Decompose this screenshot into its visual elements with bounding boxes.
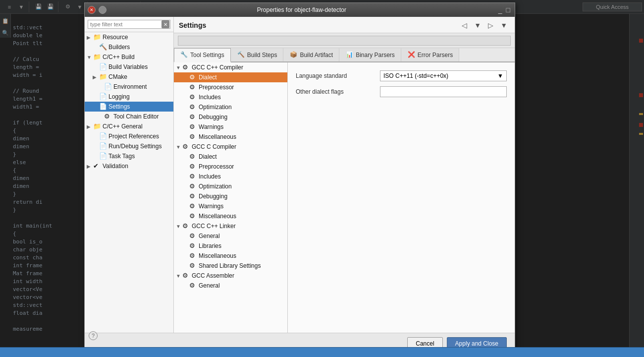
tab-label-tool_settings: Tool Settings — [190, 52, 224, 59]
config-icon-warnings_c: ⚙ — [189, 202, 197, 210]
help-btn[interactable]: ? — [89, 331, 98, 340]
sidebar-item-resource[interactable]: ▶📁Resource — [85, 32, 173, 42]
config-label-gcc_c_compiler: GCC C Compiler — [192, 143, 236, 150]
tree-icon-tool_chain_editor: ⚙ — [104, 113, 112, 120]
config-label-includes_cpp: Includes — [199, 94, 221, 101]
tab-label-binary_parsers: Binary Parsers — [356, 52, 395, 59]
tree-icon-task_tags: 📄 — [99, 152, 107, 160]
sidebar-item-builders[interactable]: 🔨Builders — [85, 42, 173, 52]
config-label-miscellaneous_cpp: Miscellaneous — [199, 133, 236, 140]
config-item-optimization_c[interactable]: ⚙Optimization — [174, 181, 287, 191]
tabs-bar: 🔧Tool Settings🔨Build Steps📦Build Artifac… — [174, 48, 515, 62]
tab-binary_parsers[interactable]: 📊Binary Parsers — [339, 48, 401, 61]
title-minimize-btn[interactable]: _ — [497, 6, 504, 14]
language-standard-dropdown-icon: ▼ — [497, 72, 503, 79]
search-wrap: ✕ — [88, 20, 170, 29]
sidebar-label-task_tags: Task Tags — [108, 153, 171, 160]
tree-icon-cpp_build: 📁 — [93, 53, 101, 61]
tree-arrow-cpp_build: ▼ — [87, 55, 92, 60]
sidebar-item-validation[interactable]: ▶✔Validation — [85, 161, 173, 171]
sidebar-item-logging[interactable]: 📄Logging — [85, 92, 173, 102]
dialog-content: Settings ◁ ▼ ▷ ▼ 🔧Tool Settings🔨Build St… — [174, 17, 515, 333]
sidebar-label-build_variables: Build Variables — [108, 63, 171, 70]
config-item-general_linker[interactable]: ⚙General — [174, 231, 287, 241]
nav-forward-dd-btn[interactable]: ▼ — [498, 20, 510, 31]
config-item-miscellaneous_cpp[interactable]: ⚙Miscellaneous — [174, 132, 287, 142]
config-item-miscellaneous_linker[interactable]: ⚙Miscellaneous — [174, 251, 287, 261]
config-item-warnings_c[interactable]: ⚙Warnings — [174, 201, 287, 211]
config-icon-dialect_c: ⚙ — [189, 153, 197, 161]
tab-icon-build_steps: 🔨 — [237, 51, 245, 59]
config-item-includes_c[interactable]: ⚙Includes — [174, 172, 287, 181]
other-dialect-input[interactable] — [380, 86, 507, 97]
tree-arrow-cpp_general: ▶ — [87, 124, 92, 129]
tree-icon-resource: 📁 — [93, 33, 101, 41]
sidebar-item-build_variables[interactable]: 📄Build Variables — [85, 62, 173, 72]
nav-forward-btn[interactable]: ▷ — [485, 20, 496, 31]
config-item-general_assembler[interactable]: ⚙General — [174, 281, 287, 291]
config-item-dialect[interactable]: ⚙Dialect — [174, 72, 287, 82]
sidebar-label-builders: Builders — [108, 44, 171, 51]
tab-icon-build_artifact: 📦 — [290, 51, 298, 59]
config-icon-miscellaneous_c: ⚙ — [189, 212, 197, 220]
config-item-includes_cpp[interactable]: ⚙Includes — [174, 92, 287, 102]
tab-tool_settings[interactable]: 🔧Tool Settings — [174, 48, 231, 62]
config-label-gcc_assembler: GCC Assembler — [192, 272, 234, 279]
config-icon-optimization_c: ⚙ — [189, 182, 197, 190]
sidebar-label-environment: Environment — [113, 83, 171, 90]
tab-label-build_steps: Build Steps — [247, 52, 277, 59]
content-split: ▼⚙GCC C++ Compiler⚙Dialect⚙Preprocessor⚙… — [174, 62, 515, 333]
config-item-dialect_c[interactable]: ⚙Dialect — [174, 152, 287, 162]
dialog-titlebar: ✕ Properties for object-flaw-detector _ … — [85, 3, 515, 17]
dialog-min-btn[interactable] — [99, 6, 107, 14]
top-strip — [174, 33, 515, 48]
title-controls: _ □ — [497, 6, 512, 14]
config-label-optimization: Optimization — [199, 104, 232, 111]
config-item-gcc_assembler[interactable]: ▼⚙GCC Assembler — [174, 271, 287, 281]
sidebar-item-task_tags[interactable]: 📄Task Tags — [85, 151, 173, 161]
sidebar-item-cpp_general[interactable]: ▶📁C/C++ General — [85, 121, 173, 131]
language-standard-select[interactable]: ISO C++11 (-std=c++0x) ▼ — [380, 70, 507, 81]
tree-icon-logging: 📄 — [99, 93, 107, 101]
sidebar-label-run_debug: Run/Debug Settings — [108, 143, 171, 150]
config-icon-debugging_cpp: ⚙ — [189, 113, 197, 121]
config-item-optimization[interactable]: ⚙Optimization — [174, 102, 287, 112]
sidebar-item-cpp_build[interactable]: ▼📁C/C++ Build — [85, 52, 173, 62]
tree-arrow-resource: ▶ — [87, 35, 92, 40]
config-item-gcc_cpp_compiler[interactable]: ▼⚙GCC C++ Compiler — [174, 62, 287, 72]
tab-build_artifact[interactable]: 📦Build Artifact — [283, 48, 339, 61]
sidebar-item-project_references[interactable]: 📄Project References — [85, 131, 173, 141]
sidebar-item-tool_chain_editor[interactable]: ⚙Tool Chain Editor — [85, 112, 173, 121]
config-item-gcc_c_compiler[interactable]: ▼⚙GCC C Compiler — [174, 142, 287, 152]
title-maximize-btn[interactable]: □ — [505, 6, 512, 14]
dialog-close-btn[interactable]: ✕ — [88, 6, 96, 14]
tab-label-build_artifact: Build Artifact — [300, 52, 333, 59]
config-item-libraries[interactable]: ⚙Libraries — [174, 241, 287, 251]
sidebar-search-input[interactable] — [88, 20, 170, 29]
config-item-debugging_cpp[interactable]: ⚙Debugging — [174, 112, 287, 122]
config-item-warnings_cpp[interactable]: ⚙Warnings — [174, 122, 287, 132]
config-label-preprocessor: Preprocessor — [199, 84, 234, 91]
config-label-general_linker: General — [199, 233, 220, 239]
config-label-miscellaneous_c: Miscellaneous — [199, 213, 236, 220]
config-item-preprocessor[interactable]: ⚙Preprocessor — [174, 82, 287, 92]
nav-back-btn[interactable]: ◁ — [459, 20, 470, 31]
config-item-debugging_c[interactable]: ⚙Debugging — [174, 191, 287, 201]
tab-build_steps[interactable]: 🔨Build Steps — [231, 48, 284, 61]
config-item-shared_library[interactable]: ⚙Shared Library Settings — [174, 261, 287, 271]
config-label-preprocessor_c: Preprocessor — [199, 163, 234, 170]
config-item-gcc_cpp_linker[interactable]: ▼⚙GCC C++ Linker — [174, 221, 287, 231]
sidebar-item-run_debug[interactable]: 📄Run/Debug Settings — [85, 141, 173, 151]
config-item-preprocessor_c[interactable]: ⚙Preprocessor — [174, 162, 287, 172]
other-dialect-row: Other dialect flags — [296, 86, 507, 97]
sidebar-item-cmake[interactable]: ▶📁CMake — [85, 72, 173, 82]
config-item-miscellaneous_c[interactable]: ⚙Miscellaneous — [174, 211, 287, 221]
tree-icon-builders: 🔨 — [99, 43, 107, 51]
tab-error_parsers[interactable]: ❌Error Parsers — [401, 48, 459, 61]
sidebar-item-settings[interactable]: 📄Settings — [85, 102, 173, 112]
nav-back-dd-btn[interactable]: ▼ — [472, 20, 483, 31]
sidebar-item-environment[interactable]: 📄Environment — [85, 82, 173, 92]
config-label-debugging_c: Debugging — [199, 193, 227, 200]
search-clear-btn[interactable]: ✕ — [161, 20, 169, 28]
tree-icon-validation: ✔ — [93, 162, 101, 170]
